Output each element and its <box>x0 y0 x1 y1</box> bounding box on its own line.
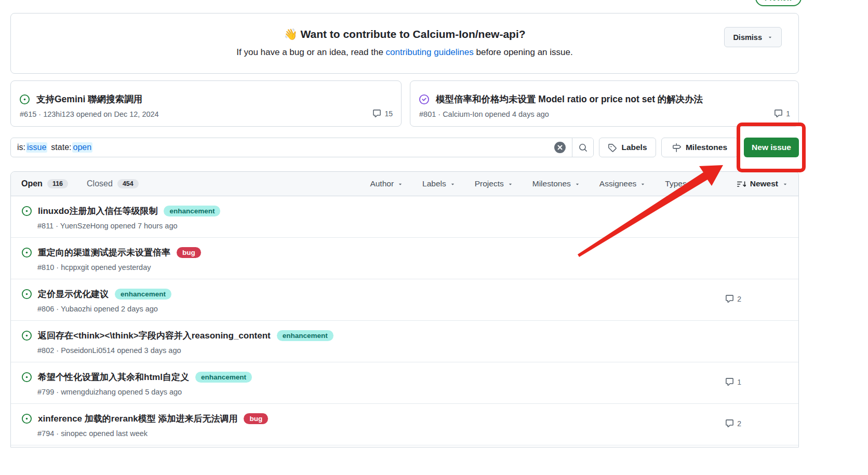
issue-row: xinference 加载的rerank模型 添加进来后无法调用 bug #79… <box>11 404 798 445</box>
pinned-issue-card[interactable]: 支持Gemini 聯網搜索調用 #615 · 123hi123 opened o… <box>10 80 402 127</box>
comment-count-value: 15 <box>384 110 393 118</box>
comment-count-value: 2 <box>737 295 741 303</box>
issue-open-icon <box>20 94 30 104</box>
issue-row: 返回存在<think><\think>字段内容并入reasoning_conte… <box>11 321 798 362</box>
issue-title[interactable]: 重定向的渠道测试提示未设置倍率 <box>38 247 170 259</box>
comment-count: 1 <box>725 377 741 386</box>
comment-count-value: 2 <box>737 419 741 428</box>
milestones-button[interactable]: Milestones <box>661 138 738 157</box>
closed-label: Closed <box>87 179 113 188</box>
issue-open-icon <box>22 372 32 382</box>
issue-title[interactable]: linuxdo注册加入信任等级限制 <box>38 205 157 217</box>
open-issues-tab[interactable]: Open 116 <box>21 179 68 188</box>
pinned-issue-meta: #615 · 123hi123 opened on Dec 12, 2024 <box>11 105 401 118</box>
issue-meta: #810 · hcppxgit opened yesterday <box>11 259 798 272</box>
banner-title: 👋 Want to contribute to Calcium-Ion/new-… <box>11 28 798 40</box>
search-qualifier-key: is: <box>17 143 25 152</box>
chevron-down-icon <box>575 181 580 187</box>
comment-icon <box>774 109 783 118</box>
search-input-group: is:issue state:open <box>10 138 594 157</box>
chevron-down-icon <box>397 181 403 187</box>
search-qualifier-key: state: <box>51 143 71 152</box>
issue-closed-icon <box>419 94 429 104</box>
chevron-down-icon <box>640 181 646 187</box>
pinned-issue-title[interactable]: 模型倍率和价格均未设置 Model ratio or price not set… <box>436 93 703 105</box>
issues-page: Preview 👋 Want to contribute to Calcium-… <box>0 0 868 475</box>
contributing-guidelines-link[interactable]: contributing guidelines <box>386 47 474 57</box>
issue-title[interactable]: 希望个性化设置加入其余和html自定义 <box>38 371 189 383</box>
comment-count: 15 <box>372 109 393 118</box>
issues-list-header: Open 116 Closed 454 Author Labels Projec… <box>11 172 798 196</box>
issue-meta: #802 · PoseidonLi0514 opened 3 days ago <box>11 342 798 355</box>
issue-label[interactable]: enhancement <box>164 206 220 216</box>
search-qualifier-value: issue <box>26 142 47 153</box>
search-submit-button[interactable] <box>572 138 593 157</box>
milestone-icon <box>672 143 681 152</box>
comment-count-value: 1 <box>737 378 741 386</box>
preview-button[interactable]: Preview <box>755 0 802 6</box>
filter-label: Author <box>370 179 394 188</box>
search-icon <box>579 143 587 152</box>
open-count-badge: 116 <box>47 179 68 188</box>
pinned-issue-card[interactable]: 模型倍率和价格均未设置 Model ratio or price not set… <box>410 80 799 127</box>
labels-button[interactable]: Labels <box>599 138 656 157</box>
banner-subtitle-pre: If you have a bug or an idea, read the <box>236 47 385 57</box>
issue-meta: #811 · YuenSzeHong opened 7 hours ago <box>11 217 798 230</box>
search-input[interactable]: is:issue state:open <box>11 138 572 157</box>
issue-open-icon <box>22 289 32 299</box>
banner-subtitle: If you have a bug or an idea, read the c… <box>11 47 798 58</box>
issue-meta: #806 · Yubaozhi opened 2 days ago <box>11 300 798 313</box>
filter-label: Labels <box>422 179 446 188</box>
chevron-down-icon <box>508 181 513 187</box>
filter-labels[interactable]: Labels <box>422 179 456 188</box>
search-qualifier-value: open <box>72 142 93 153</box>
issue-label[interactable]: enhancement <box>195 372 252 383</box>
milestones-button-label: Milestones <box>686 143 727 152</box>
sort-button[interactable]: Newest <box>737 179 788 188</box>
filter-label: Assignees <box>599 179 637 188</box>
x-circle-icon <box>554 142 566 153</box>
filter-label: Types <box>665 179 686 188</box>
comment-icon <box>725 419 734 428</box>
issue-label[interactable]: bug <box>244 413 268 424</box>
issue-row: 重定向的渠道测试提示未设置倍率 bug #810 · hcppxgit open… <box>11 238 798 279</box>
chevron-down-icon <box>782 181 788 187</box>
filter-types[interactable]: Types <box>665 179 696 188</box>
new-issue-button[interactable]: New issue <box>744 138 799 157</box>
closed-issues-tab[interactable]: Closed 454 <box>68 179 139 188</box>
dismiss-button[interactable]: Dismiss <box>724 27 782 47</box>
filter-assignees[interactable]: Assignees <box>599 179 646 188</box>
clear-search-button[interactable] <box>554 142 566 153</box>
issue-open-icon <box>22 206 32 216</box>
issue-title[interactable]: 定价显示优化建议 <box>38 288 109 300</box>
sort-label: Newest <box>750 179 778 188</box>
issues-list: Open 116 Closed 454 Author Labels Projec… <box>10 171 799 447</box>
pinned-issue-meta: #801 · Calcium-Ion opened 4 days ago <box>410 105 798 118</box>
comment-count-value: 1 <box>786 110 790 118</box>
filter-label: Milestones <box>532 179 571 188</box>
chevron-down-icon <box>767 34 773 40</box>
issue-label[interactable]: enhancement <box>115 289 171 300</box>
filter-projects[interactable]: Projects <box>475 179 513 188</box>
filter-author[interactable]: Author <box>370 179 403 188</box>
comment-icon <box>725 377 734 386</box>
issue-row: 希望个性化设置加入其余和html自定义 enhancement #799 · w… <box>11 362 798 404</box>
issue-meta: #799 · wmengduizhang opened 5 days ago <box>11 383 798 396</box>
issue-meta: #794 · sinopec opened last week <box>11 425 798 438</box>
issue-title[interactable]: xinference 加载的rerank模型 添加进来后无法调用 <box>38 413 237 425</box>
chevron-down-icon <box>450 181 456 187</box>
comment-count: 2 <box>725 419 741 428</box>
contribute-banner: 👋 Want to contribute to Calcium-Ion/new-… <box>10 13 799 74</box>
issue-label[interactable]: bug <box>177 247 201 258</box>
issue-label[interactable]: enhancement <box>277 330 333 341</box>
comment-count: 2 <box>725 294 741 303</box>
filter-bar: Author Labels Projects Milestones Assign… <box>370 179 788 188</box>
issue-row: 定价显示优化建议 enhancement #806 · Yubaozhi ope… <box>11 279 798 321</box>
issue-open-icon <box>22 331 32 341</box>
filter-label: Projects <box>475 179 504 188</box>
issue-title[interactable]: 返回存在<think><\think>字段内容并入reasoning_conte… <box>38 330 271 342</box>
pinned-issue-title[interactable]: 支持Gemini 聯網搜索調用 <box>36 93 142 105</box>
sort-icon <box>737 180 746 188</box>
comment-icon <box>725 294 734 303</box>
filter-milestones[interactable]: Milestones <box>532 179 580 188</box>
